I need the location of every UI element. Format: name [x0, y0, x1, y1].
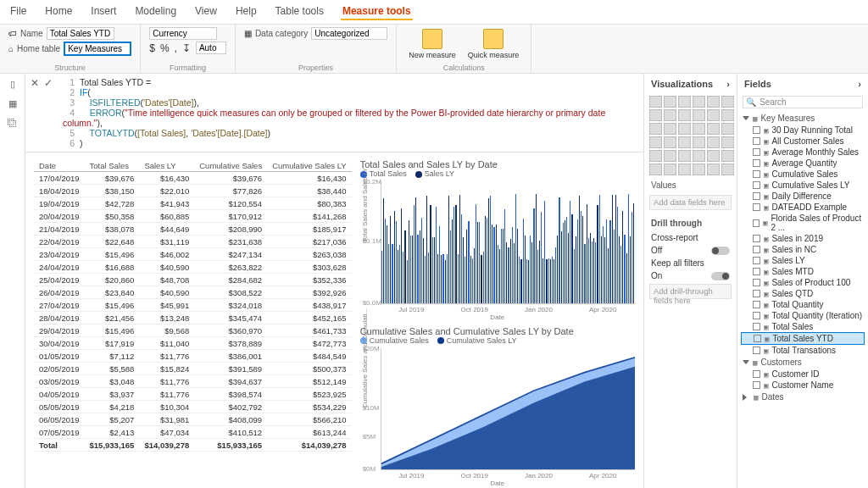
table-row[interactable]: 04/05/2019$3,937$11,776$398,574$523,925 — [34, 388, 352, 401]
tab-view[interactable]: View — [193, 3, 219, 20]
viz-type-icon[interactable] — [664, 96, 676, 108]
field-checkbox[interactable] — [753, 137, 760, 145]
viz-type-icon[interactable] — [678, 123, 691, 135]
chevron-right-icon[interactable]: › — [726, 79, 730, 89]
table-visual[interactable]: DateTotal SalesSales LYCumulative SalesC… — [34, 159, 352, 487]
data-category-select[interactable] — [311, 27, 387, 40]
tab-measure-tools[interactable]: Measure tools — [341, 3, 413, 20]
field-item[interactable]: ▣DATEADD Example — [741, 202, 865, 213]
table-row[interactable]: 19/04/2019$42,728$41,943$120,554$80,383 — [34, 197, 352, 210]
field-checkbox[interactable] — [753, 203, 760, 211]
field-group[interactable]: ▦Customers — [741, 356, 865, 369]
table-row[interactable]: 01/05/2019$7,112$11,776$386,001$484,549 — [34, 350, 352, 363]
field-item[interactable]: ▣Total Quantity (Iteration) — [741, 310, 865, 321]
viz-type-icon[interactable] — [693, 136, 705, 148]
viz-type-icon[interactable] — [649, 123, 662, 135]
cross-report-toggle[interactable] — [711, 247, 730, 255]
home-table-select[interactable] — [64, 42, 131, 56]
table-row[interactable]: 24/04/2019$16,688$40,590$263,822$303,628 — [34, 261, 352, 274]
quick-measure-button[interactable]: Quick measure — [465, 27, 523, 61]
field-checkbox[interactable] — [753, 381, 760, 389]
field-item[interactable]: ▣Sales in NC — [741, 244, 865, 255]
field-item[interactable]: ▣All Customer Sales — [741, 136, 865, 147]
field-item[interactable]: ▣Sales LY — [741, 255, 865, 266]
table-row[interactable]: 20/04/2019$50,358$60,885$170,912$141,268 — [34, 210, 352, 223]
values-well[interactable]: Add data fields here — [649, 195, 732, 210]
table-header[interactable]: Cumulative Sales — [194, 159, 267, 172]
tab-file[interactable]: File — [8, 3, 28, 20]
viz-type-icon[interactable] — [721, 164, 734, 175]
field-checkbox[interactable] — [753, 347, 760, 354]
field-checkbox[interactable] — [753, 192, 760, 200]
table-header[interactable]: Date — [34, 159, 85, 172]
field-item[interactable]: ▣Customer ID — [741, 369, 865, 380]
field-item[interactable]: ▣Florida Sales of Product 2 ... — [741, 213, 865, 233]
viz-type-icon[interactable] — [693, 123, 705, 135]
table-row[interactable]: 25/04/2019$20,860$48,708$284,682$352,336 — [34, 274, 352, 286]
viz-type-icon[interactable] — [707, 150, 720, 162]
viz-type-icon[interactable] — [707, 164, 720, 175]
new-measure-button[interactable]: New measure — [405, 27, 459, 61]
field-item[interactable]: ▣Customer Name — [741, 380, 865, 391]
viz-type-icon[interactable] — [649, 164, 662, 175]
viz-type-icon[interactable] — [664, 123, 676, 135]
tab-help[interactable]: Help — [234, 3, 259, 20]
table-row[interactable]: 18/04/2019$38,150$22,010$77,826$38,440 — [34, 185, 352, 197]
viz-gallery[interactable] — [644, 94, 737, 177]
tab-insert[interactable]: Insert — [89, 3, 118, 20]
field-checkbox[interactable] — [753, 323, 760, 330]
data-view-icon[interactable]: ▦ — [8, 98, 17, 109]
field-checkbox[interactable] — [753, 126, 760, 134]
bar-chart[interactable]: Total Sales and Sales LY by Date Total S… — [360, 159, 635, 321]
drill-well[interactable]: Add drill-through fields here — [649, 284, 732, 299]
thousands-button[interactable]: , — [175, 42, 177, 54]
table-row[interactable]: 22/04/2019$22,648$31,119$231,638$217,036 — [34, 236, 352, 248]
table-row[interactable]: 06/05/2019$5,207$31,981$408,099$566,210 — [34, 413, 352, 426]
viz-type-icon[interactable] — [693, 96, 705, 108]
tab-modeling[interactable]: Modeling — [133, 3, 178, 20]
field-item[interactable]: ▣Daily Difference — [741, 191, 865, 202]
field-checkbox[interactable] — [753, 279, 760, 286]
viz-type-icon[interactable] — [649, 150, 662, 162]
viz-type-icon[interactable] — [707, 96, 720, 108]
viz-type-icon[interactable] — [678, 109, 691, 121]
table-row[interactable]: 26/04/2019$23,840$40,590$308,522$392,926 — [34, 286, 352, 299]
formula-cancel-icon[interactable]: ✕ — [31, 77, 39, 89]
viz-type-icon[interactable] — [693, 150, 705, 162]
viz-type-icon[interactable] — [649, 109, 662, 121]
keep-filters-toggle[interactable] — [711, 272, 730, 280]
viz-type-icon[interactable] — [721, 136, 734, 148]
field-checkbox[interactable] — [753, 235, 760, 242]
viz-type-icon[interactable] — [664, 109, 676, 121]
field-item[interactable]: ▣Sales of Product 100 — [741, 277, 865, 288]
field-checkbox[interactable] — [753, 301, 760, 308]
fields-search[interactable]: 🔍Search — [743, 96, 863, 108]
field-item[interactable]: ▣Cumulative Sales LY — [741, 180, 865, 191]
viz-type-icon[interactable] — [721, 96, 734, 108]
table-row[interactable]: 03/05/2019$3,048$11,776$394,637$512,149 — [34, 375, 352, 388]
field-checkbox[interactable] — [753, 370, 760, 378]
table-header[interactable]: Sales LY — [139, 159, 194, 172]
table-row[interactable]: 23/04/2019$15,496$46,002$247,134$263,038 — [34, 248, 352, 261]
viz-type-icon[interactable] — [707, 109, 720, 121]
field-checkbox[interactable] — [753, 148, 760, 156]
field-checkbox[interactable] — [753, 290, 760, 297]
table-row[interactable]: 28/04/2019$21,456$13,248$345,474$452,165 — [34, 312, 352, 324]
field-group[interactable]: ▦Dates — [741, 391, 865, 403]
viz-type-icon[interactable] — [649, 96, 662, 108]
field-checkbox[interactable] — [753, 257, 760, 264]
table-row[interactable]: 07/05/2019$2,413$47,034$410,512$613,244 — [34, 426, 352, 439]
viz-type-icon[interactable] — [721, 150, 734, 162]
field-item[interactable]: ▣Average Quantity — [741, 158, 865, 169]
chevron-right-icon[interactable]: › — [858, 79, 861, 89]
field-checkbox[interactable] — [753, 246, 760, 253]
table-row[interactable]: 02/05/2019$5,588$15,824$391,589$500,373 — [34, 363, 352, 375]
field-item[interactable]: ▣Cumulative Sales — [741, 169, 865, 180]
model-view-icon[interactable]: ⿻ — [8, 118, 17, 128]
viz-type-icon[interactable] — [678, 164, 691, 175]
tab-home[interactable]: Home — [43, 3, 74, 20]
field-item[interactable]: ▣Total Quantity — [741, 299, 865, 310]
viz-type-icon[interactable] — [649, 136, 662, 148]
field-checkbox[interactable] — [753, 312, 760, 319]
percent-button[interactable]: % — [160, 42, 170, 54]
